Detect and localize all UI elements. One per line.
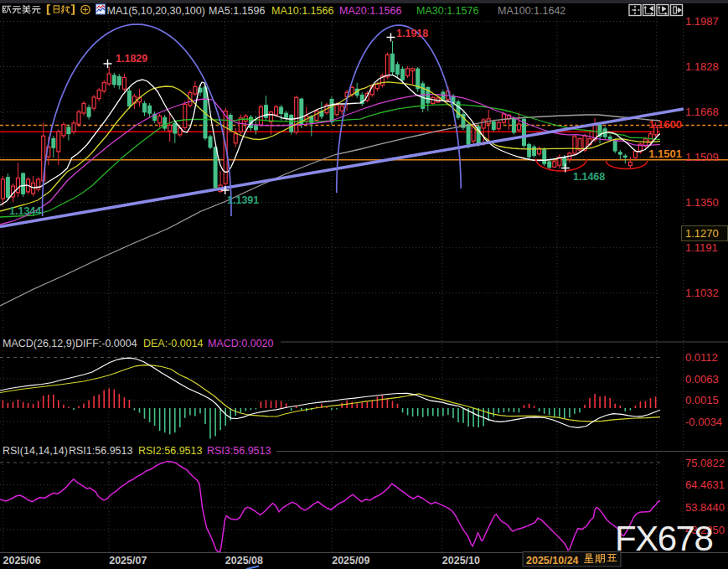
svg-text:2025/09: 2025/09 <box>332 555 369 566</box>
svg-text:1.1668: 1.1668 <box>685 106 719 118</box>
svg-text:0.0063: 0.0063 <box>685 373 719 385</box>
svg-text:2025/10/24: 2025/10/24 <box>526 555 579 566</box>
svg-text:MA10:1.1566: MA10:1.1566 <box>271 5 333 17</box>
svg-text:1.1509: 1.1509 <box>685 151 719 163</box>
svg-text:-0.0034: -0.0034 <box>685 416 722 428</box>
svg-text:2025/06: 2025/06 <box>3 555 41 566</box>
svg-text:DEA:-0.0014: DEA:-0.0014 <box>143 338 204 349</box>
svg-text:1.1828: 1.1828 <box>685 60 719 73</box>
svg-text:1.1032: 1.1032 <box>685 287 719 299</box>
svg-text:1.1191: 1.1191 <box>685 241 718 254</box>
svg-text:MA1(5,10,20,30,100): MA1(5,10,20,30,100) <box>107 5 205 17</box>
svg-text:MACD:0.0020: MACD:0.0020 <box>208 338 274 349</box>
svg-text:1.1270: 1.1270 <box>685 227 719 240</box>
svg-text:MA30:1.1576: MA30:1.1576 <box>416 5 478 17</box>
svg-text:1.1391: 1.1391 <box>227 194 259 206</box>
svg-text:0.0112: 0.0112 <box>685 351 718 364</box>
svg-text:RSI(14,14,14): RSI(14,14,14) <box>3 445 68 457</box>
svg-text:1.1468: 1.1468 <box>573 171 605 183</box>
svg-text:75.0822: 75.0822 <box>685 457 725 469</box>
svg-text:1.1344: 1.1344 <box>9 205 41 217</box>
svg-text:RSI3:56.9513: RSI3:56.9513 <box>207 445 271 457</box>
svg-text:1.1350: 1.1350 <box>685 196 719 209</box>
svg-text:1.1829: 1.1829 <box>116 53 147 65</box>
svg-text:RSI1:56.9513: RSI1:56.9513 <box>69 445 132 457</box>
svg-text:2025/10: 2025/10 <box>442 555 480 566</box>
svg-text:RSI2:56.9513: RSI2:56.9513 <box>138 445 202 457</box>
svg-text:DIFF:-0.0004: DIFF:-0.0004 <box>75 338 137 349</box>
svg-text:1.1501: 1.1501 <box>648 147 682 160</box>
svg-text:MA5:1.1596: MA5:1.1596 <box>209 5 265 17</box>
svg-text:2025/07: 2025/07 <box>109 555 147 566</box>
svg-text:0.0015: 0.0015 <box>685 394 719 406</box>
svg-text:FX678: FX678 <box>615 519 712 558</box>
svg-text:64.4631: 64.4631 <box>685 478 725 491</box>
svg-text:1.1918: 1.1918 <box>396 28 428 39</box>
svg-text:2025/08: 2025/08 <box>225 555 263 566</box>
svg-text:MACD(26,12,9): MACD(26,12,9) <box>3 338 75 349</box>
svg-text:MA20:1.1566: MA20:1.1566 <box>339 5 401 17</box>
svg-text:53.8440: 53.8440 <box>685 501 725 514</box>
svg-text:1.1600: 1.1600 <box>648 118 682 131</box>
svg-text:1.1987: 1.1987 <box>685 15 719 28</box>
svg-text:MA100:1.1642: MA100:1.1642 <box>498 5 565 17</box>
